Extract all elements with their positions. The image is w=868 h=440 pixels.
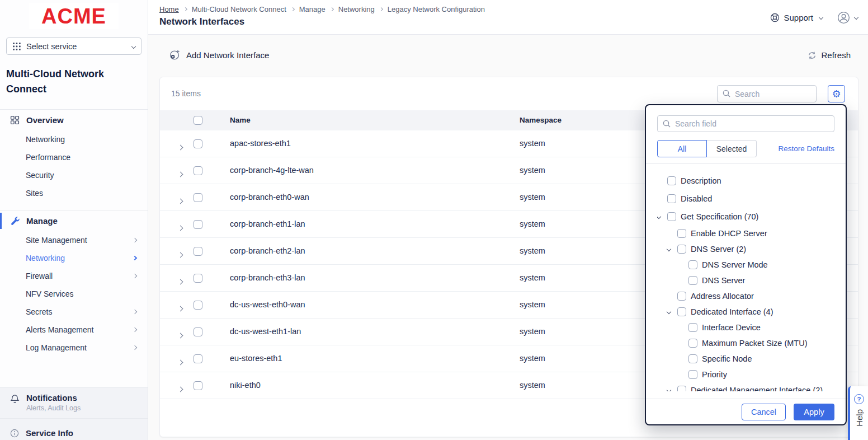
row-checkbox[interactable] [194, 193, 202, 202]
row-checkbox[interactable] [194, 220, 202, 229]
row-name: apac-stores-eth1 [230, 139, 291, 148]
sidebar-item-site-management[interactable]: Site Management [0, 231, 148, 249]
row-checkbox[interactable] [194, 327, 202, 336]
cancel-button[interactable]: Cancel [742, 404, 786, 420]
sidebar-item-performance[interactable]: Performance [0, 148, 148, 166]
field-checkbox[interactable] [667, 176, 676, 185]
breadcrumb-item[interactable]: Legacy Network Configuration [388, 5, 485, 13]
field-row[interactable]: Enable DHCP Server [657, 226, 846, 241]
row-expander[interactable] [178, 330, 182, 340]
row-expander[interactable] [178, 222, 182, 232]
sidebar-item-networking[interactable]: Networking [0, 249, 148, 267]
refresh-button[interactable]: Refresh [808, 50, 851, 60]
chevron-right-icon [379, 7, 383, 11]
field-checkbox[interactable] [667, 212, 676, 221]
field-row[interactable]: Address Allocator [657, 288, 846, 304]
field-row[interactable]: DNS Server (2) [657, 241, 846, 257]
breadcrumb-item[interactable]: Home [159, 5, 179, 13]
help-tab[interactable]: ? Help [848, 386, 868, 440]
sidebar-item-log-management[interactable]: Log Management [0, 339, 148, 357]
sidebar-item-service-info[interactable]: Service Info [0, 419, 148, 440]
account-menu[interactable] [837, 11, 858, 24]
sidebar-item-sites[interactable]: Sites [0, 184, 148, 202]
items-count: 15 items [171, 89, 201, 98]
support-menu[interactable]: Support [770, 13, 823, 22]
row-expander[interactable] [178, 383, 182, 394]
field-row[interactable]: Description [657, 172, 846, 190]
field-row[interactable]: Priority [657, 367, 846, 382]
field-row[interactable]: DNS Server Mode [657, 257, 846, 273]
search-icon [723, 90, 730, 97]
field-checkbox[interactable] [688, 323, 697, 332]
field-row[interactable]: Get Specification (70) [657, 208, 846, 226]
field-checkbox[interactable] [688, 370, 697, 379]
field-checkbox[interactable] [677, 229, 686, 238]
field-row[interactable]: Interface Device [657, 320, 846, 335]
row-expander[interactable] [178, 357, 182, 367]
chevron-down-icon[interactable] [667, 247, 671, 251]
field-row[interactable]: DNS Server [657, 273, 846, 288]
sidebar-item-firewall[interactable]: Firewall [0, 267, 148, 285]
sidebar-section-overview[interactable]: Overview [0, 110, 148, 130]
breadcrumb-item[interactable]: Networking [338, 5, 375, 13]
row-checkbox[interactable] [194, 354, 202, 363]
field-checkbox[interactable] [688, 339, 697, 348]
info-icon [10, 429, 19, 438]
field-row[interactable]: Dedicated Interface (4) [657, 304, 846, 320]
field-checkbox[interactable] [688, 354, 697, 363]
row-expander[interactable] [178, 276, 182, 286]
row-expander[interactable] [178, 142, 182, 152]
field-checkbox[interactable] [688, 260, 697, 269]
sidebar-item-networking[interactable]: Networking [0, 130, 148, 148]
field-search-input[interactable] [657, 115, 834, 132]
field-checkbox[interactable] [667, 194, 676, 203]
row-expander[interactable] [178, 303, 182, 313]
select-all-checkbox[interactable] [194, 116, 202, 125]
row-checkbox[interactable] [194, 166, 202, 175]
service-selector[interactable]: Select service [6, 38, 141, 55]
field-label: DNS Server Mode [702, 260, 768, 269]
add-network-interface-button[interactable]: Add Network Interface [168, 49, 269, 61]
field-checkbox[interactable] [688, 276, 697, 285]
row-expander[interactable] [178, 168, 182, 179]
row-name: corp-branch-eth3-lan [230, 273, 305, 282]
lifebuoy-icon [770, 13, 780, 22]
sidebar-item-nfv-services[interactable]: NFV Services [0, 285, 148, 303]
row-name: corp-branch-eth0-wan [230, 193, 309, 202]
sidebar-item-security[interactable]: Security [0, 166, 148, 184]
tab-all[interactable]: All [657, 140, 707, 157]
row-checkbox[interactable] [194, 139, 202, 148]
field-checkbox[interactable] [677, 307, 686, 316]
field-checkbox[interactable] [677, 245, 686, 254]
field-row[interactable]: Maximum Packet Size (MTU) [657, 335, 846, 351]
row-checkbox[interactable] [194, 274, 202, 283]
row-expander[interactable] [178, 195, 182, 205]
field-row[interactable]: Dedicated Management Interface (2) [657, 382, 846, 391]
sidebar-section-manage[interactable]: Manage [0, 210, 148, 231]
restore-defaults-link[interactable]: Restore Defaults [778, 144, 834, 153]
sidebar-item-alerts-management[interactable]: Alerts Management [0, 321, 148, 339]
apply-button[interactable]: Apply [794, 404, 834, 420]
field-label: Specific Node [702, 354, 752, 363]
search-input[interactable] [717, 85, 817, 102]
breadcrumb-item[interactable]: Manage [299, 5, 326, 13]
field-checkbox[interactable] [677, 386, 686, 391]
field-row[interactable]: Disabled [657, 190, 846, 208]
row-checkbox[interactable] [194, 381, 202, 390]
field-checkbox[interactable] [677, 292, 686, 301]
chevron-right-icon [133, 256, 137, 260]
sidebar-item-label: NFV Services [26, 289, 74, 299]
field-row[interactable]: Specific Node [657, 351, 846, 367]
chevron-down-icon[interactable] [667, 388, 671, 391]
breadcrumb-item[interactable]: Multi-Cloud Network Connect [192, 5, 286, 13]
tab-selected[interactable]: Selected [707, 140, 757, 157]
sidebar-item-notifications[interactable]: Notifications Alerts, Audit Logs [0, 387, 148, 419]
row-checkbox[interactable] [194, 247, 202, 256]
chevron-down-icon[interactable] [667, 310, 671, 314]
chevron-down-icon[interactable] [657, 214, 661, 219]
service-selector-label: Select service [26, 42, 77, 51]
row-expander[interactable] [178, 249, 182, 259]
row-checkbox[interactable] [194, 301, 202, 310]
column-settings-button[interactable]: ⚙ [828, 85, 845, 102]
sidebar-item-secrets[interactable]: Secrets [0, 303, 148, 321]
